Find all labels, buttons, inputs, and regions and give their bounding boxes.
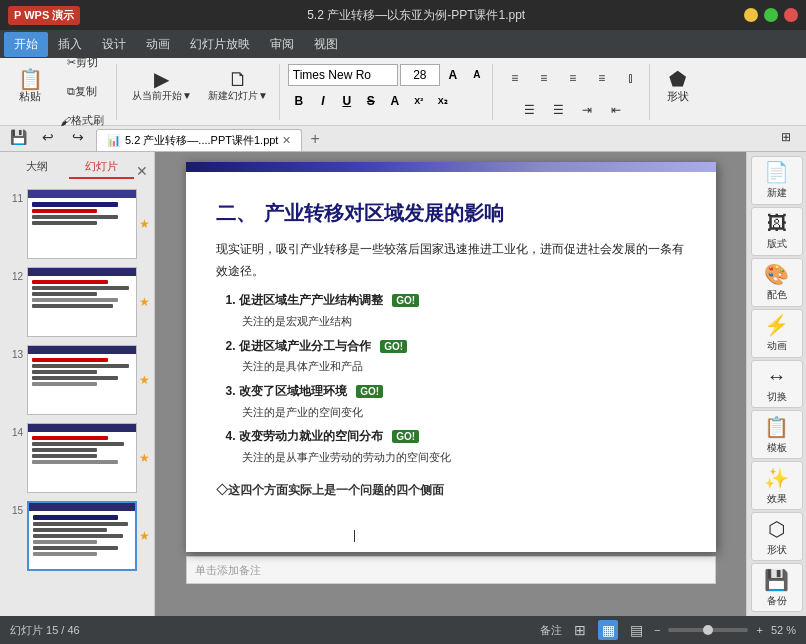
slide-thumb-11[interactable]: 11 ★	[4, 189, 150, 259]
font-name-input[interactable]	[288, 64, 398, 86]
copy-button[interactable]: ⧉ 复制	[52, 78, 112, 106]
outline-tab[interactable]: 大纲	[4, 156, 69, 179]
add-tab-button[interactable]: +	[302, 127, 327, 151]
panel-tabs: 大纲 幻灯片	[4, 156, 134, 179]
zoom-minus-icon[interactable]: −	[654, 624, 660, 636]
toolbar: 📋 粘贴 ✂ 剪切 ⧉ 复制 🖌 格式刷 ▶ 从当前开始▼ 🗋	[0, 58, 806, 126]
wps-logo: P WPS 演示	[8, 6, 80, 25]
slide-intro: 现实证明，吸引产业转移是一些较落后国家迅速推进工业化，进而促进社会发展的一条有效…	[216, 239, 686, 282]
slide-thumb-12[interactable]: 12 ★	[4, 267, 150, 337]
panel-toggle-button[interactable]: ⊞	[772, 123, 800, 151]
decrease-indent-button[interactable]: ⇤	[602, 96, 630, 124]
panel-close-button[interactable]: ✕	[134, 161, 150, 181]
new-slide-panel-button[interactable]: 📄 新建	[751, 156, 803, 205]
paste-button[interactable]: 📋 粘贴	[10, 66, 50, 118]
list-number-button[interactable]: ☰	[544, 96, 572, 124]
menu-item-start[interactable]: 开始	[4, 32, 48, 57]
tab-save-button[interactable]: 💾	[4, 123, 32, 151]
toolbar-clipboard-group: 📋 粘贴 ✂ 剪切 ⧉ 复制 🖌 格式刷	[6, 64, 117, 120]
subscript-button[interactable]: X₂	[432, 90, 454, 112]
template-icon: 📋	[764, 415, 789, 439]
slides-tab[interactable]: 幻灯片	[69, 156, 134, 179]
animation-panel-button[interactable]: ⚡ 动画	[751, 309, 803, 358]
template-label: 模板	[767, 441, 787, 455]
justify-button[interactable]: ≡	[588, 64, 616, 92]
effect-icon: ✨	[764, 466, 789, 490]
menu-item-view[interactable]: 视图	[304, 32, 348, 57]
template-button[interactable]: 📋 模板	[751, 410, 803, 459]
align-left-button[interactable]: ≡	[501, 64, 529, 92]
layout-button[interactable]: 🖼 版式	[751, 207, 803, 256]
font-size-down-button[interactable]: A	[466, 64, 488, 86]
transition-label: 切换	[767, 390, 787, 404]
transition-button[interactable]: ↔ 切换	[751, 360, 803, 409]
slide-canvas: 二、 产业转移对区域发展的影响 现实证明，吸引产业转移是一些较落后国家迅速推进工…	[186, 162, 716, 552]
bold-button[interactable]: B	[288, 90, 310, 112]
shape-button[interactable]: ⬟ 形状	[658, 66, 698, 118]
normal-view-button[interactable]: ⊞	[570, 620, 590, 640]
column-button[interactable]: ⫿	[617, 64, 645, 92]
backup-status-label: 备注	[540, 623, 562, 638]
active-tab[interactable]: 📊 5.2 产业转移—....PPT课件1.ppt ✕	[96, 129, 302, 151]
slide-thumb-13[interactable]: 13 ★	[4, 345, 150, 415]
toolbar-align-group: ≡ ≡ ≡ ≡ ⫿ ☰ ☰ ⇥ ⇤	[497, 64, 650, 120]
backup-icon: 💾	[764, 568, 789, 592]
align-right-button[interactable]: ≡	[559, 64, 587, 92]
menu-item-slideshow[interactable]: 幻灯片放映	[180, 32, 260, 57]
font-selector: A A	[288, 64, 488, 86]
superscript-button[interactable]: X²	[408, 90, 430, 112]
shape-panel-button[interactable]: ⬡ 形状	[751, 512, 803, 561]
from-current-button[interactable]: ▶ 从当前开始▼	[125, 66, 199, 118]
paste-icon: 📋	[18, 69, 43, 89]
slide-point-1: 1. 促进区域生产产业结构调整 GO! 关注的是宏观产业结构	[226, 290, 686, 331]
menu-item-review[interactable]: 审阅	[260, 32, 304, 57]
font-size-input[interactable]	[400, 64, 440, 86]
list-bullet-button[interactable]: ☰	[515, 96, 543, 124]
backup-button[interactable]: 💾 备份	[751, 563, 803, 612]
shape-panel-label: 形状	[767, 543, 787, 557]
maximize-button[interactable]	[764, 8, 778, 22]
toolbar-font-group: A A B I U S A X² X₂	[284, 64, 493, 120]
slide-star-11: ★	[139, 189, 150, 231]
new-slide-icon: 🗋	[228, 69, 248, 89]
close-button[interactable]	[784, 8, 798, 22]
slide-point-4-sub: 关注的是从事产业劳动的劳动力的空间变化	[242, 448, 686, 468]
slide-thumb-14[interactable]: 14 ★	[4, 423, 150, 493]
tabbar: 💾 ↩ ↪ 📊 5.2 产业转移—....PPT课件1.ppt ✕ + ⊞	[0, 126, 806, 152]
zoom-slider[interactable]	[668, 628, 748, 632]
slide-point-4: 4. 改变劳动力就业的空间分布 GO! 关注的是从事产业劳动的劳动力的空间变化	[226, 426, 686, 467]
tab-redo-button[interactable]: ↪	[64, 123, 92, 151]
slide-diamond-note: ◇这四个方面实际上是一个问题的四个侧面	[216, 480, 686, 502]
zoom-thumb	[703, 625, 713, 635]
font-color-button[interactable]: A	[384, 90, 406, 112]
underline-button[interactable]: U	[336, 90, 358, 112]
zoom-plus-icon[interactable]: +	[756, 624, 762, 636]
italic-button[interactable]: I	[312, 90, 334, 112]
effect-button[interactable]: ✨ 效果	[751, 461, 803, 510]
tab-undo-button[interactable]: ↩	[34, 123, 62, 151]
strikethrough-button[interactable]: S	[360, 90, 382, 112]
statusbar: 幻灯片 15 / 46 备注 ⊞ ▦ ▤ − + 52 %	[0, 616, 806, 644]
tab-icon: 📊	[107, 134, 121, 147]
slide-thumb-15[interactable]: 15 ★	[4, 501, 150, 571]
minimize-button[interactable]	[744, 8, 758, 22]
cursor-beam	[354, 530, 355, 542]
slide-title-text: 产业转移对区域发展的影响	[264, 200, 504, 227]
transition-icon: ↔	[767, 365, 787, 388]
tab-label: 5.2 产业转移—....PPT课件1.ppt	[125, 133, 278, 148]
menu-item-animation[interactable]: 动画	[136, 32, 180, 57]
slide-star-15: ★	[139, 501, 150, 543]
cut-button[interactable]: ✂ 剪切	[52, 49, 112, 77]
slide-view-button[interactable]: ▦	[598, 620, 618, 640]
outline-view-button[interactable]: ▤	[626, 620, 646, 640]
font-size-up-button[interactable]: A	[442, 64, 464, 86]
copy-label: 复制	[75, 84, 97, 99]
increase-indent-button[interactable]: ⇥	[573, 96, 601, 124]
slide-preview-15	[27, 501, 137, 571]
tab-close-button[interactable]: ✕	[282, 134, 291, 147]
color-scheme-button[interactable]: 🎨 配色	[751, 258, 803, 307]
new-slide-button[interactable]: 🗋 新建幻灯片▼	[201, 66, 275, 118]
notes-area[interactable]: 单击添加备注	[186, 556, 716, 584]
shape-label: 形状	[667, 89, 689, 104]
align-center-button[interactable]: ≡	[530, 64, 558, 92]
